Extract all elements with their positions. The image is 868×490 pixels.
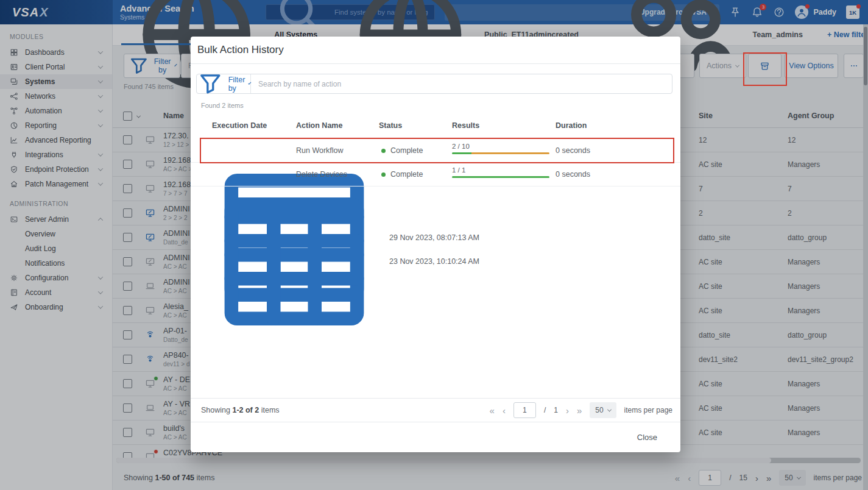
bulk-action-row[interactable]: 29 Nov 2023, 08:07:13 AMRun WorkflowComp… bbox=[191, 139, 680, 163]
prev-page-icon[interactable]: ‹ bbox=[503, 406, 506, 415]
column-status: Status bbox=[379, 121, 402, 130]
duration: 0 seconds bbox=[556, 170, 590, 179]
items-per-page-select[interactable]: 50 bbox=[590, 402, 616, 418]
chevron-down-icon bbox=[607, 407, 612, 411]
status-dot-icon bbox=[381, 149, 386, 153]
current-page-input[interactable]: 1 bbox=[513, 402, 536, 418]
column-execution-date: Execution Date bbox=[212, 121, 267, 130]
grid-table-icon bbox=[203, 170, 386, 353]
results-progress-bar bbox=[452, 152, 549, 154]
total-pages: 1 bbox=[554, 406, 558, 414]
modal-search-input[interactable] bbox=[251, 74, 672, 93]
results-text: 2 / 10 bbox=[452, 143, 549, 150]
execution-date: 23 Nov 2023, 10:10:24 AM bbox=[389, 257, 479, 266]
action-name: Run Workflow bbox=[296, 146, 344, 155]
results-text: 1 / 1 bbox=[452, 166, 549, 174]
modal-filter-by-button[interactable]: Filter by bbox=[197, 74, 251, 93]
modal-filter-bar: Filter by bbox=[196, 74, 672, 94]
modal-table-header: Execution Date Action Name Status Result… bbox=[191, 121, 680, 133]
modal-title: Bulk Action History bbox=[191, 37, 680, 64]
modal-close-area: Close bbox=[191, 422, 680, 452]
duration: 0 seconds bbox=[556, 146, 590, 155]
modal-found-count: Found 2 items bbox=[201, 102, 244, 109]
bulk-action-history-modal: Bulk Action History Filter by Found 2 it… bbox=[191, 37, 680, 452]
modal-showing-summary: Showing 1-2 of 2 items bbox=[201, 406, 280, 414]
action-name: Delete Devices bbox=[296, 170, 347, 179]
funnel-icon bbox=[197, 70, 224, 98]
results-progress-bar bbox=[452, 176, 549, 178]
status-text: Complete bbox=[390, 170, 423, 179]
bulk-action-row[interactable]: 23 Nov 2023, 10:10:24 AMDelete DevicesCo… bbox=[191, 163, 680, 186]
first-page-icon[interactable]: « bbox=[490, 406, 495, 415]
modal-pagination: « ‹ 1 / 1 › » 50 items per page bbox=[490, 402, 672, 418]
next-page-icon[interactable]: › bbox=[566, 406, 569, 415]
column-results: Results bbox=[452, 121, 479, 130]
column-action-name: Action Name bbox=[296, 121, 342, 130]
modal-footer: Showing 1-2 of 2 items « ‹ 1 / 1 › » 50 … bbox=[191, 398, 680, 422]
status-text: Complete bbox=[390, 146, 423, 155]
column-duration: Duration bbox=[556, 121, 587, 130]
close-button[interactable]: Close bbox=[633, 432, 661, 442]
status-dot-icon bbox=[381, 172, 386, 177]
app-window: VSAX Advanced Search Systems Upgrade Fro… bbox=[0, 0, 868, 490]
last-page-icon[interactable]: » bbox=[577, 406, 582, 415]
